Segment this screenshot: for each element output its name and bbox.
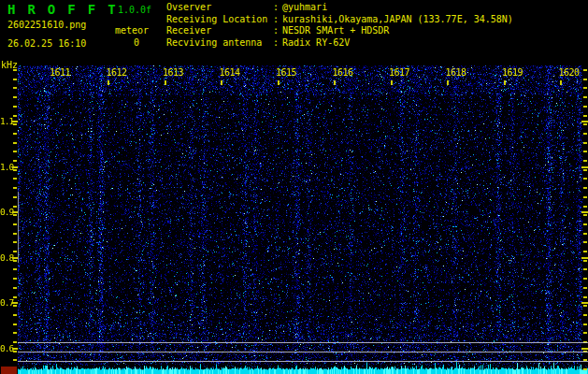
time-axis-label: 1618 [446,67,466,78]
app-version: 1.0.0f [118,5,151,15]
station-info-label: Ovserver [166,2,273,12]
station-info-separator: : [273,14,282,24]
station-info-row: Receiving Location:kurashiki,Okayama,JAP… [166,14,513,26]
station-info-label: Recviving antenna [166,37,273,48]
frequency-axis-row: 0.8 [0,252,588,264]
station-info-separator: : [273,37,282,48]
station-info-separator: : [273,2,282,12]
frequency-major-tick-right [581,211,588,213]
frequency-axis-label: 1.1 [0,116,11,126]
frequency-axis-label: 0.7 [0,297,11,308]
reference-line [18,352,588,352]
time-axis-label: 1613 [163,67,183,78]
station-info-value: @yuhmari [282,2,327,12]
meteor-marker-red [1,367,17,374]
time-axis-label: 1612 [107,67,127,78]
meteor-count-value: 0 [130,37,143,48]
frequency-axis-label: 0.8 [0,252,11,263]
frequency-axis-label: 0.6 [0,343,11,353]
frequency-major-tick-left [12,302,18,304]
frequency-major-tick-left [12,348,18,350]
station-info-row: Receiver:NESDR SMArt + HDSDR [166,25,513,37]
station-info-row: Ovserver:@yuhmari [166,2,513,14]
time-axis-label: 1615 [276,67,296,78]
output-filename: 2602251610.png [7,20,86,30]
frequency-major-tick-right [581,302,588,304]
time-axis-label: 1616 [333,67,353,78]
station-info-label: Receiver [166,25,273,36]
time-axis-label: 1620 [559,67,580,78]
station-info-value: NESDR SMArt + HDSDR [282,25,389,36]
time-axis-label: 1617 [389,67,409,78]
frequency-major-tick-left [12,166,18,168]
frequency-axis-label: 0.9 [0,207,11,217]
left-edge-marker-line [18,192,19,263]
frequency-axis-row: 1.1 [0,116,588,127]
frequency-minor-ticks-left [13,69,17,370]
time-axis-label: 1619 [502,67,523,78]
meteor-count-label: meteor [115,25,149,36]
reference-line [18,342,588,343]
reference-line [18,361,588,362]
station-info-block: Ovserver:@yuhmari Receiving Location:kur… [166,2,513,49]
spectrogram-canvas [18,65,588,374]
frequency-major-tick-right [581,166,588,168]
frequency-axis-row: 1.0 [0,162,588,173]
frequency-major-tick-right [581,348,588,350]
station-info-label: Receiving Location [166,14,273,24]
station-info-separator: : [273,25,282,36]
frequency-axis-row: 0.9 [0,207,588,218]
time-axis-label: 1611 [50,67,70,78]
frequency-major-tick-right [581,121,588,122]
hrofft-window: { "titlebar": { "app_title": "HROFFT", "… [0,0,588,374]
time-axis-label: 1614 [220,67,240,78]
station-info-value: Radix RY-62V [282,37,350,48]
frequency-major-tick-left [12,121,18,122]
frequency-minor-ticks-right [583,69,587,370]
frequency-major-tick-right [581,257,588,259]
frequency-axis-label: 1.0 [0,162,11,172]
app-title: HROFFT [7,2,128,17]
station-info-value: kurashiki,Okayama,JAPAN (133.77E, 34.58N… [282,14,513,24]
station-info-row: Recviving antenna:Radix RY-62V [166,37,513,50]
observation-datetime: 26.02.25 16:10 [7,38,86,49]
frequency-axis-row: 0.7 [0,297,588,309]
